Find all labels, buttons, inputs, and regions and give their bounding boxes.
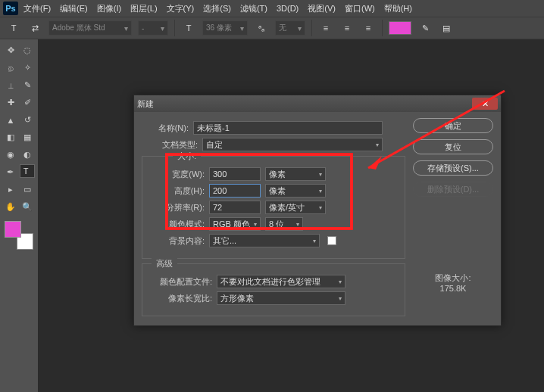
- path-select-icon[interactable]: ▸: [3, 182, 18, 198]
- menu-file[interactable]: 文件(F): [20, 2, 55, 16]
- adv-legend: 高级: [152, 258, 177, 269]
- profile-label: 颜色配置文件:: [150, 276, 217, 288]
- menu-layer[interactable]: 图层(L): [127, 2, 161, 16]
- type-tool-preset-icon[interactable]: T: [6, 20, 21, 36]
- name-label: 名称(N):: [142, 123, 193, 134]
- move-tool-icon[interactable]: ✥: [3, 42, 18, 58]
- filesize-label: 图像大小:: [413, 272, 493, 284]
- lasso-tool-icon[interactable]: ⟄: [3, 60, 18, 76]
- width-input[interactable]: [209, 167, 261, 181]
- crop-tool-icon[interactable]: ⟂: [3, 77, 18, 93]
- menu-filter[interactable]: 滤镜(T): [236, 2, 271, 16]
- menu-image[interactable]: 图像(I): [93, 2, 125, 16]
- marquee-tool-icon[interactable]: ◌: [20, 42, 35, 58]
- history-brush-icon[interactable]: ↺: [20, 112, 35, 128]
- font-style-select[interactable]: -▾: [138, 20, 168, 36]
- char-panel-icon[interactable]: ▤: [439, 20, 454, 36]
- profile-select[interactable]: 不要对此文档进行色彩管理▾: [217, 275, 345, 288]
- save-preset-button[interactable]: 存储预设(S)...: [413, 160, 493, 176]
- font-size-select[interactable]: 36 像素▾: [202, 20, 248, 36]
- stamp-tool-icon[interactable]: ▲: [3, 112, 18, 128]
- ok-button[interactable]: 确定: [413, 118, 493, 133]
- antialias-select[interactable]: 无▾: [275, 20, 305, 36]
- menu-3d[interactable]: 3D(D): [273, 2, 302, 14]
- aspect-label: 像素长宽比:: [150, 293, 217, 304]
- shape-tool-icon[interactable]: ▭: [20, 182, 35, 198]
- mode-select[interactable]: RGB 颜色▾: [209, 217, 261, 231]
- height-label: 高度(H):: [150, 185, 209, 197]
- depth-select[interactable]: 8 位▾: [265, 217, 303, 231]
- wand-tool-icon[interactable]: ✧: [20, 60, 35, 76]
- delete-preset-button: 删除预设(D)...: [413, 182, 493, 197]
- advanced-fieldset: 高级 颜色配置文件: 不要对此文档进行色彩管理▾ 像素长宽比: 方形像素▾: [142, 263, 405, 316]
- brush-tool-icon[interactable]: ✐: [20, 95, 35, 110]
- ps-logo: Ps: [3, 2, 18, 15]
- menu-edit[interactable]: 编辑(E): [56, 2, 92, 16]
- type-tool-icon[interactable]: T: [20, 164, 35, 178]
- menu-window[interactable]: 窗口(W): [341, 2, 379, 16]
- bg-color-swatch-dialog[interactable]: [327, 236, 336, 245]
- menubar: Ps 文件(F) 编辑(E) 图像(I) 图层(L) 文字(Y) 选择(S) 滤…: [0, 0, 544, 17]
- res-unit-select[interactable]: 像素/英寸▾: [265, 201, 326, 214]
- bg-label: 背景内容:: [150, 235, 209, 247]
- doctype-select[interactable]: 自定▾: [202, 138, 383, 151]
- height-unit-select[interactable]: 像素▾: [265, 184, 326, 198]
- name-input[interactable]: [193, 121, 383, 135]
- size-legend: 大小:: [173, 151, 201, 162]
- antialias-icon: ᵃₐ: [254, 20, 269, 36]
- blur-tool-icon[interactable]: ◉: [3, 147, 18, 163]
- close-icon[interactable]: ✕: [472, 98, 498, 110]
- pen-tool-icon[interactable]: ✒: [3, 164, 18, 180]
- dodge-tool-icon[interactable]: ◐: [20, 147, 35, 163]
- res-label: 分辨率(R):: [150, 202, 209, 213]
- bg-select[interactable]: 其它...▾: [209, 234, 320, 247]
- aspect-select[interactable]: 方形像素▾: [217, 291, 345, 305]
- width-unit-select[interactable]: 像素▾: [265, 167, 326, 181]
- toolbar: ✥◌ ⟄✧ ⟂✎ ✚✐ ▲↺ ◧▦ ◉◐ ✒T ▸▭ ✋🔍: [0, 39, 38, 260]
- res-input[interactable]: [209, 201, 261, 214]
- warp-text-icon[interactable]: ✎: [417, 20, 433, 36]
- doctype-label: 文档类型:: [155, 139, 202, 151]
- align-left-icon[interactable]: ≡: [318, 20, 333, 36]
- options-bar: T ⇄ Adobe 黑体 Std▾ -▾ T 36 像素▾ ᵃₐ 无▾ ≡ ≡ …: [0, 17, 544, 39]
- menu-view[interactable]: 视图(V): [304, 2, 339, 16]
- font-family-select[interactable]: Adobe 黑体 Std▾: [48, 20, 132, 36]
- fg-color-swatch[interactable]: [5, 221, 21, 238]
- gradient-tool-icon[interactable]: ▦: [20, 129, 35, 145]
- height-input[interactable]: [209, 184, 261, 198]
- size-fieldset: 大小: 宽度(W): 像素▾ 高度(H): 像素▾ 分辨率(R): 像素/英寸▾: [142, 156, 405, 259]
- dialog-titlebar[interactable]: 新建 ✕: [134, 95, 501, 112]
- zoom-tool-icon[interactable]: 🔍: [20, 199, 35, 215]
- eraser-tool-icon[interactable]: ◧: [3, 129, 18, 145]
- dialog-title: 新建: [137, 98, 154, 110]
- text-color-swatch[interactable]: [389, 21, 411, 35]
- reset-button[interactable]: 复位: [413, 139, 493, 154]
- orientation-toggle-icon[interactable]: ⇄: [27, 20, 42, 36]
- new-dialog: 新建 ✕ 名称(N): 文档类型: 自定▾ 大小: 宽度(W): 像素▾ 高度(: [133, 95, 502, 326]
- filesize-block: 图像大小: 175.8K: [413, 272, 493, 293]
- color-swatches[interactable]: [5, 221, 35, 251]
- filesize-value: 175.8K: [413, 284, 493, 293]
- menu-select[interactable]: 选择(S): [199, 2, 235, 16]
- font-size-icon: T: [181, 20, 196, 36]
- align-right-icon[interactable]: ≡: [361, 20, 376, 36]
- heal-tool-icon[interactable]: ✚: [3, 95, 18, 110]
- menu-help[interactable]: 帮助(H): [380, 2, 416, 16]
- menu-type[interactable]: 文字(Y): [163, 2, 199, 16]
- mode-label: 颜色模式:: [150, 219, 209, 230]
- hand-tool-icon[interactable]: ✋: [3, 199, 18, 215]
- eyedropper-tool-icon[interactable]: ✎: [20, 77, 35, 93]
- align-center-icon[interactable]: ≡: [339, 20, 355, 36]
- width-label: 宽度(W):: [150, 169, 209, 180]
